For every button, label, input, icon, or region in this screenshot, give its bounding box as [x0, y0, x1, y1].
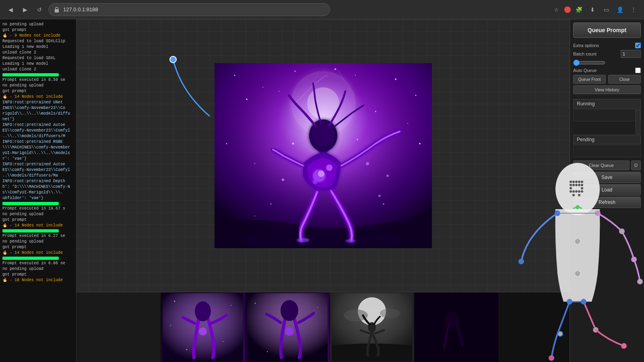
thumbnail-image — [76, 292, 160, 362]
load-button[interactable]: Load — [573, 184, 641, 195]
terminal-output: ..\\..\\models/diffusers/M — [2, 134, 74, 139]
profile-button[interactable]: 👤 — [614, 4, 625, 15]
svg-point-25 — [313, 179, 318, 184]
menu-button[interactable]: ⋮ — [628, 4, 639, 15]
lock-icon — [54, 6, 60, 13]
thumbnail-item[interactable] — [330, 292, 415, 362]
right-panel: Queue Prompt Extra options Batch count A… — [570, 19, 644, 362]
terminal-output: 🔥 - 18 Nodes not include — [2, 278, 74, 283]
svg-point-45 — [231, 305, 231, 306]
svg-point-44 — [174, 300, 175, 302]
save-button[interactable]: Save — [573, 172, 641, 183]
svg-point-23 — [318, 171, 324, 177]
extra-options-row: Extra options — [573, 43, 641, 48]
clear-queue-button[interactable]: Clear Queue — [573, 160, 630, 170]
svg-point-51 — [281, 300, 298, 321]
svg-point-46 — [186, 349, 188, 350]
terminal-output: 🔥 - 9 Nodes not include — [2, 33, 74, 39]
svg-point-35 — [386, 175, 389, 177]
terminal-output: 🔥 - 14 Nodes not include — [2, 223, 74, 228]
thumbnail-item[interactable] — [415, 292, 499, 362]
auto-queue-checkbox[interactable] — [635, 68, 641, 73]
svg-point-53 — [255, 302, 256, 304]
svg-point-48 — [170, 325, 171, 326]
browser-toolbar: ☆ 🧩 ⬇ ▭ 👤 ⋮ — [551, 4, 639, 15]
progress-bar — [2, 202, 59, 205]
thumbnail-item[interactable] — [161, 292, 246, 362]
thumbnail-item[interactable] — [246, 292, 330, 362]
terminal-output: got prompt — [2, 245, 74, 250]
pending-section: Pending — [570, 134, 644, 159]
terminal-output: INFO:root:pretrained Autoe — [2, 162, 74, 167]
terminal-output: got prompt — [2, 217, 74, 223]
svg-point-62 — [445, 311, 458, 327]
terminal-output: got prompt — [2, 27, 74, 33]
sidebar-toggle[interactable]: ▭ — [601, 4, 612, 15]
close-button[interactable]: Close — [608, 75, 641, 84]
terminal-output: Prompt executed in 6.27 se — [2, 233, 74, 239]
batch-count-row: Batch count — [573, 50, 641, 58]
generated-image-svg — [215, 63, 432, 248]
svg-point-18 — [334, 68, 336, 70]
download-button[interactable]: ⬇ — [587, 4, 598, 15]
svg-point-32 — [378, 195, 381, 197]
auto-queue-row: Auto Queue — [573, 68, 641, 73]
terminal-panel: no pending upload got prompt 🔥 - 9 Nodes… — [0, 19, 76, 362]
file-actions-section: Save Load Refresh — [570, 172, 644, 209]
terminal-output: unload clone 2 — [2, 67, 74, 72]
bookmark-button[interactable]: ☆ — [551, 4, 562, 15]
terminal-output: ES\\comfy-November23\\Comfyl — [2, 167, 74, 173]
center-area — [76, 19, 570, 362]
running-section: Running — [570, 98, 644, 134]
svg-rect-39 — [82, 297, 155, 358]
terminal-output: s\\ComfyUI-Marigold\\.\\. — [2, 190, 74, 195]
terminal-output: INFO:root:pretrained RGBE — [2, 139, 74, 145]
svg-point-1 — [170, 56, 176, 63]
url-text: 127.0.0.1:8188 — [63, 6, 98, 12]
svg-point-6 — [246, 99, 248, 100]
svg-point-12 — [226, 143, 227, 144]
terminal-output: Prompt executed in 8.59 se — [2, 77, 74, 83]
svg-point-16 — [355, 75, 356, 76]
terminal-output: ES\\comfy-November23\\Comfyl — [2, 128, 74, 134]
extra-options-checkbox[interactable] — [635, 43, 641, 48]
terminal-output: r': 'vae'} — [2, 156, 74, 162]
svg-point-52 — [285, 327, 294, 336]
terminal-output: no pending upload — [2, 83, 74, 88]
forward-button[interactable]: ▶ — [19, 4, 31, 15]
terminal-output: no pending upload — [2, 239, 74, 245]
svg-point-8 — [279, 91, 279, 92]
svg-point-42 — [195, 301, 211, 321]
back-button[interactable]: ◀ — [5, 4, 16, 15]
address-bar[interactable]: 127.0.0.1:8188 — [48, 3, 330, 16]
terminal-output: net'} — [2, 117, 74, 122]
svg-point-15 — [254, 216, 255, 216]
svg-point-43 — [199, 327, 207, 335]
refresh-button[interactable]: Refresh — [573, 197, 641, 208]
extra-options-label: Extra options — [573, 43, 634, 48]
pending-header: Pending — [573, 135, 641, 144]
terminal-output: Prompt executed in 6.06 se — [2, 261, 74, 266]
terminal-output: INFO:root:pretrained Autoe — [2, 122, 74, 128]
batch-count-slider[interactable] — [573, 60, 605, 66]
svg-point-54 — [317, 307, 318, 308]
extension-button[interactable]: 🧩 — [573, 4, 584, 15]
running-scrollbar[interactable] — [636, 110, 640, 134]
terminal-output: INES\\comfy-November23\\Co — [2, 105, 74, 111]
queue-prompt-button[interactable]: Queue Prompt — [573, 23, 641, 38]
d-button[interactable]: D — [631, 160, 641, 170]
svg-point-55 — [267, 351, 268, 352]
terminal-output: Loading 1 new model — [2, 61, 74, 67]
canvas-container[interactable] — [76, 19, 570, 292]
view-history-button[interactable]: View History — [573, 85, 641, 94]
svg-point-10 — [415, 95, 416, 96]
reload-button[interactable]: ↺ — [34, 4, 45, 15]
batch-count-input[interactable] — [621, 50, 641, 58]
svg-rect-0 — [55, 9, 59, 12]
terminal-output: INFO:root:pretrained Depth — [2, 179, 74, 184]
thumbnail-image — [415, 292, 498, 362]
queue-front-button[interactable]: Queue Front — [573, 75, 606, 84]
svg-point-30 — [366, 162, 369, 165]
thumbnail-item[interactable] — [76, 292, 161, 362]
svg-point-34 — [357, 139, 358, 140]
